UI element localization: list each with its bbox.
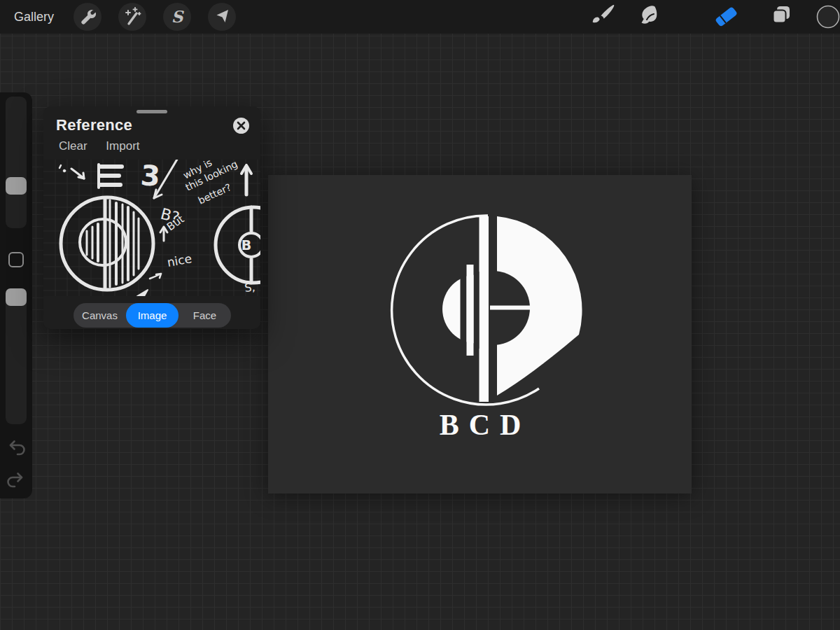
reference-sketch: 3 B? But nice why is this looking better… [43, 160, 260, 296]
logo-left-notch [461, 272, 467, 349]
brush-size-handle[interactable] [6, 177, 27, 195]
tab-image[interactable]: Image [126, 303, 178, 328]
logo-wordmark: BCD [440, 409, 531, 441]
reference-tabs: Canvas Image Face [74, 303, 231, 328]
brush-size-slider[interactable] [6, 97, 27, 228]
bcd-logo: BCD [268, 175, 692, 493]
transform-arrow-icon [208, 3, 236, 31]
eraser-button[interactable] [715, 6, 738, 27]
opacity-handle[interactable] [6, 288, 27, 306]
sketch-b-badge: B [241, 237, 251, 253]
logo-right-crossbar [490, 306, 532, 310]
paint-tools-group [574, 0, 840, 34]
tab-canvas[interactable]: Canvas [74, 303, 126, 328]
adjustments-button[interactable] [118, 3, 146, 31]
redo-icon [5, 468, 27, 490]
undo-button[interactable] [5, 435, 27, 461]
tab-face[interactable]: Face [178, 303, 231, 328]
drawing-canvas[interactable]: BCD [268, 175, 692, 493]
actions-button[interactable] [74, 3, 102, 31]
brush-sidebar [0, 92, 32, 498]
panel-title: Reference [56, 116, 132, 134]
brush-button[interactable] [593, 5, 615, 22]
magic-wand-icon [118, 3, 146, 31]
reference-image[interactable]: 3 B? But nice why is this looking better… [43, 160, 260, 296]
redo-button[interactable] [5, 468, 27, 493]
modify-button[interactable] [8, 252, 24, 267]
svg-text:S: S [172, 7, 185, 26]
close-x-icon [237, 121, 246, 130]
sketch-s-label: S, [244, 280, 255, 294]
logo-left-gap [474, 272, 479, 349]
logo-left-inner-bar [467, 265, 474, 356]
undo-icon [5, 435, 27, 458]
color-swatch[interactable] [818, 6, 839, 28]
reference-panel: Reference Clear Import [43, 106, 260, 329]
panel-drag-handle[interactable] [136, 110, 167, 113]
import-button[interactable]: Import [106, 139, 139, 153]
close-button[interactable] [233, 118, 249, 134]
smudge-button[interactable] [642, 6, 657, 23]
layers-button[interactable] [774, 6, 790, 23]
transform-button[interactable] [208, 3, 236, 31]
sketch-number-3: 3 [139, 160, 161, 192]
panel-actions: Clear Import [59, 139, 155, 153]
clear-button[interactable]: Clear [59, 139, 88, 153]
gallery-button[interactable]: Gallery [14, 0, 54, 34]
top-toolbar: Gallery S [0, 0, 840, 34]
opacity-slider[interactable] [6, 288, 27, 424]
selection-button[interactable]: S [163, 3, 191, 31]
selection-s-icon: S [163, 3, 191, 31]
logo-left-edge-bar [479, 216, 489, 402]
wrench-icon [74, 3, 102, 31]
